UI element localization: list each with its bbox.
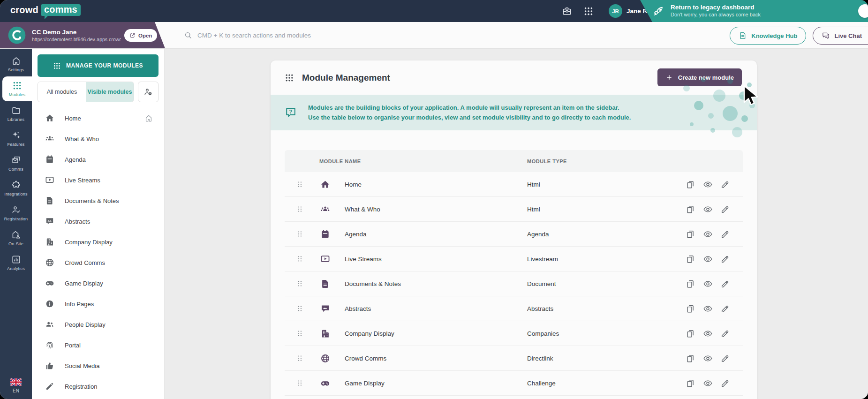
app-url: https://ccdemotest-bf646.dev-apps.crowdc… — [32, 37, 121, 42]
sidebar-item-analytics[interactable]: Analytics — [0, 250, 32, 275]
info-line-2: Use the table below to organise your mod… — [308, 113, 631, 122]
edit-pencil-icon[interactable] — [720, 354, 730, 363]
drag-handle-icon[interactable] — [296, 353, 304, 363]
module-list-item-people-display[interactable]: People Display — [38, 314, 159, 335]
module-list-item-home[interactable]: Home — [38, 108, 159, 128]
module-icon — [320, 204, 330, 214]
drag-handle-icon[interactable] — [296, 204, 304, 214]
sidebar-item-integrations[interactable]: Integrations — [0, 176, 32, 201]
sidebar-item-registration[interactable]: Registration — [0, 201, 32, 226]
drag-handle-icon[interactable] — [296, 378, 304, 388]
edit-pencil-icon[interactable] — [720, 304, 730, 314]
return-legacy-banner[interactable]: Return to legacy dashboard Don't worry, … — [640, 0, 868, 22]
edit-pencil-icon[interactable] — [720, 279, 730, 289]
module-label: Live Streams — [65, 177, 100, 184]
module-list-item-info-pages[interactable]: Info Pages — [38, 294, 159, 314]
module-icon — [45, 217, 54, 226]
knowledge-hub-button[interactable]: Knowledge Hub — [730, 27, 806, 45]
duplicate-icon[interactable] — [686, 304, 695, 314]
sidebar-item-settings[interactable]: Settings — [0, 52, 32, 76]
duplicate-icon[interactable] — [686, 254, 695, 264]
sidebar-item-libraries[interactable]: Libraries — [0, 101, 32, 126]
module-list-item-company-display[interactable]: Company Display — [38, 232, 159, 252]
drag-handle-icon[interactable] — [296, 179, 304, 189]
app-window: crowd comms JR Jane Rinn Return to legac… — [0, 0, 868, 399]
drag-handle-icon[interactable] — [296, 328, 304, 339]
edit-pencil-icon[interactable] — [720, 329, 730, 339]
module-list-item-documents-notes[interactable]: Documents & Notes — [38, 190, 159, 211]
module-icon — [45, 340, 54, 350]
visibility-eye-icon[interactable] — [703, 304, 713, 314]
visibility-eye-icon[interactable] — [703, 354, 713, 363]
sidebar-item-label: Registration — [4, 217, 28, 221]
module-name: Home — [335, 181, 527, 188]
tab-label: Visible modules — [88, 89, 132, 95]
create-new-module-button[interactable]: Create new module — [657, 68, 742, 86]
module-icon — [320, 304, 330, 314]
module-type: Directlink — [527, 355, 682, 362]
sidebar-item-comms[interactable]: Comms — [0, 151, 32, 176]
sidebar-item-modules[interactable]: Modules — [2, 76, 32, 101]
module-label: Social Media — [65, 362, 99, 369]
sidebar-item-icon — [11, 155, 21, 165]
live-chat-button[interactable]: Live Chat — [813, 27, 868, 45]
edit-pencil-icon[interactable] — [720, 254, 730, 264]
module-icon — [45, 196, 54, 205]
sidebar-item-onsite[interactable]: On-Site — [0, 226, 32, 250]
drag-handle-icon[interactable] — [296, 254, 304, 264]
duplicate-icon[interactable] — [686, 180, 695, 189]
visibility-eye-icon[interactable] — [703, 180, 713, 189]
sidebar-item-features[interactable]: Features — [0, 126, 32, 151]
module-list-item-what-who[interactable]: What & Who — [38, 128, 159, 149]
appbar-actions: Knowledge Hub Live Chat — [730, 27, 868, 45]
visibility-eye-icon[interactable] — [703, 229, 713, 239]
drag-handle-icon[interactable] — [296, 229, 304, 239]
tab-all[interactable]: All modules — [38, 82, 86, 102]
module-list-item-game-display[interactable]: Game Display — [38, 273, 159, 294]
edit-pencil-icon[interactable] — [720, 180, 730, 189]
visibility-eye-icon[interactable] — [703, 329, 713, 339]
manage-modules-button[interactable]: MANAGE YOUR MODULES — [38, 54, 159, 77]
visibility-eye-icon[interactable] — [703, 254, 713, 264]
drag-handle-icon[interactable] — [296, 303, 304, 314]
duplicate-icon[interactable] — [686, 378, 695, 388]
module-icon — [320, 378, 330, 388]
row-actions — [682, 304, 743, 314]
visibility-eye-icon[interactable] — [703, 378, 713, 388]
legacy-toggle-knob[interactable] — [858, 4, 868, 18]
module-list-item-registration[interactable]: Registration — [38, 376, 159, 397]
language-switcher[interactable]: EN — [0, 378, 32, 393]
info-line-1: Modules are the building blocks of your … — [308, 103, 631, 113]
duplicate-icon[interactable] — [686, 329, 695, 339]
edit-pencil-icon[interactable] — [720, 204, 730, 214]
module-list-item-live-streams[interactable]: Live Streams — [38, 170, 159, 190]
module-icon — [45, 320, 54, 329]
edit-pencil-icon[interactable] — [720, 378, 730, 388]
duplicate-icon[interactable] — [686, 204, 695, 214]
drag-handle-icon[interactable] — [296, 279, 304, 289]
module-type: Livestream — [527, 256, 682, 263]
module-name: Company Display — [335, 330, 527, 337]
card-header: Module Management Create new module — [271, 60, 757, 95]
module-list-item-crowd-comms[interactable]: Crowd Comms — [38, 252, 159, 273]
screen: crowd comms JR Jane Rinn Return to legac… — [0, 0, 868, 399]
module-list-item-agenda[interactable]: Agenda — [38, 149, 159, 170]
open-app-button[interactable]: Open — [124, 29, 157, 42]
apps-grid-icon[interactable] — [583, 6, 594, 16]
visibility-eye-icon[interactable] — [703, 204, 713, 214]
module-list-item-abstracts[interactable]: Abstracts — [38, 211, 159, 232]
edit-pencil-icon[interactable] — [720, 229, 730, 239]
module-list-item-portal[interactable]: Portal — [38, 335, 159, 355]
duplicate-icon[interactable] — [686, 354, 695, 363]
duplicate-icon[interactable] — [686, 229, 695, 239]
sidebar-item-label: Libraries — [8, 117, 24, 122]
visibility-eye-icon[interactable] — [703, 279, 713, 289]
duplicate-icon[interactable] — [686, 279, 695, 289]
tab-visible[interactable]: Visible modules — [86, 82, 134, 102]
app-chip[interactable]: CC Demo Jane https://ccdemotest-bf646.de… — [0, 22, 165, 48]
module-visibility-filter-button[interactable] — [138, 82, 159, 102]
app-name: CC Demo Jane — [32, 29, 121, 36]
module-list-item-social-media[interactable]: Social Media — [38, 355, 159, 376]
search-input[interactable] — [197, 32, 423, 39]
toolbox-icon[interactable] — [562, 6, 572, 16]
